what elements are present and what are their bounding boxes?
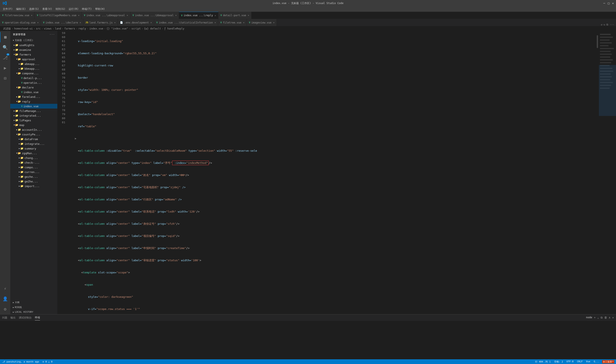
panel-close-icon[interactable]: ✕ bbox=[612, 316, 614, 319]
panel-chevron-icon[interactable]: ⌄ bbox=[597, 316, 599, 319]
menu-help[interactable]: 帮助(H) bbox=[94, 7, 107, 11]
statusbar-encoding[interactable]: UTF-8 bbox=[566, 360, 574, 363]
panel-chevron-up-icon[interactable]: ∧ bbox=[609, 316, 610, 319]
tree-item-farmland[interactable]: ▶ 📁 farmland... bbox=[10, 94, 57, 99]
tree-item-detail-p[interactable]: V detail-p... bbox=[10, 76, 57, 80]
tree-item-map[interactable]: ▼ 📂 map bbox=[10, 123, 57, 127]
more-actions-icon[interactable]: ··· bbox=[610, 23, 614, 26]
tab-index-bbmapproval[interactable]: V index.vue ...\bbmapproval ✕ bbox=[130, 12, 179, 19]
tab-index-abmapproval[interactable]: V index.vue ...\abmapproval ✕ bbox=[82, 12, 130, 19]
tab-close-icon[interactable]: ✕ bbox=[78, 14, 79, 16]
tree-item-abmapp[interactable]: ▶ 📁 abmapp... bbox=[10, 62, 57, 66]
scrollbar-thumb[interactable] bbox=[597, 35, 598, 48]
breadcrumb-item[interactable]: farmers bbox=[64, 27, 75, 30]
tab-land-farmers[interactable]: JS land.farmers.js ✕ bbox=[83, 19, 118, 26]
outline-section[interactable]: ▶ 大纲 bbox=[10, 300, 57, 305]
tree-item-index-reply[interactable]: V index.vue bbox=[10, 104, 57, 108]
menu-goto[interactable]: 转到(G) bbox=[54, 7, 67, 11]
tab-listofvillagemembers[interactable]: V listofVillageMembers.vue ✕ bbox=[35, 12, 82, 19]
panel-tab-terminal[interactable]: 终端 bbox=[35, 315, 40, 320]
tree-item-gezhe-upper[interactable]: ▶ 📁 geZhe... bbox=[10, 179, 57, 184]
panel-trash-icon[interactable]: 🗑 bbox=[604, 316, 607, 319]
tree-item-import[interactable]: ▶ 📁 import... bbox=[10, 184, 57, 188]
tab-index-reply[interactable]: V index.vue ...\reply ✕ bbox=[179, 12, 218, 19]
tree-item-reply[interactable]: ▼ 📂 reply bbox=[10, 99, 57, 104]
sidebar-more-icon[interactable]: ··· bbox=[49, 33, 55, 36]
tree-item-compone[interactable]: ▼ 📂 compone... bbox=[10, 71, 57, 76]
breadcrumb-item[interactable]: land bbox=[55, 27, 61, 30]
breadcrumb-item[interactable]: script bbox=[131, 27, 140, 30]
tree-item-datafrom[interactable]: ▶ 📁 dataFrom bbox=[10, 137, 57, 142]
statusbar-余江版[interactable]: 余江版新* bbox=[602, 360, 614, 363]
statusbar-eol[interactable]: CRLF bbox=[576, 360, 584, 363]
statusbar-spaces[interactable]: 空格: 2 bbox=[554, 360, 564, 363]
tab-close-icon[interactable]: ✕ bbox=[127, 14, 128, 16]
tab-close-icon[interactable]: ✕ bbox=[114, 21, 115, 24]
breadcrumb-item[interactable]: views bbox=[44, 27, 52, 30]
tree-item-accountin[interactable]: ▶ 📁 accountIn... bbox=[10, 127, 57, 132]
tab-filetreeview[interactable]: V filetreeview.vue ✕ bbox=[0, 12, 35, 19]
statusbar-errors[interactable]: ⊘ 0 △ 0 bbox=[42, 360, 53, 363]
tab-close-icon[interactable]: ✕ bbox=[151, 21, 152, 24]
activity-explorer[interactable]: ⊞ bbox=[0, 32, 10, 42]
tree-item-countype[interactable]: ▼ 📂 countyPe... bbox=[10, 132, 57, 137]
menu-file[interactable]: 文件(F) bbox=[1, 7, 14, 11]
statusbar-notification[interactable]: G... bbox=[593, 360, 600, 363]
workspace-section[interactable]: ▼ 无标题 (工作区) bbox=[10, 38, 57, 43]
tree-item-approval[interactable]: ▼ 📂 approval bbox=[10, 57, 57, 62]
tab-close-icon[interactable]: ✕ bbox=[243, 21, 245, 24]
panel-content[interactable] bbox=[0, 321, 616, 359]
menu-select[interactable]: 选择(S) bbox=[27, 7, 41, 11]
panel-tab-debug[interactable]: 调试控制台 bbox=[19, 315, 32, 320]
breadcrumb-item[interactable]: homestead-ui bbox=[14, 27, 33, 30]
activity-settings[interactable]: ⚙ bbox=[0, 304, 10, 314]
activity-account[interactable]: 👤 bbox=[0, 294, 10, 304]
breadcrumb-item[interactable]: index.vue bbox=[89, 27, 103, 30]
tab-imageview[interactable]: V imageview.vue ✕ bbox=[247, 19, 277, 26]
panel-tab-problems[interactable]: 问题 bbox=[2, 315, 7, 320]
tab-detail-part[interactable]: V detail-part.vue ✕ bbox=[218, 12, 252, 19]
local-history-section[interactable]: ▶ LOCAL HISTORY bbox=[10, 310, 57, 314]
breadcrumb-item[interactable]: {} "index.vue" bbox=[107, 27, 128, 30]
history-back-icon[interactable]: ↺ bbox=[601, 23, 602, 26]
split-editor-icon[interactable]: ⧉ bbox=[606, 23, 608, 26]
tab-filetree[interactable]: V filetree.vue ✕ bbox=[218, 19, 246, 26]
tree-item-bbmapp[interactable]: ▶ 📁 bbmapp... bbox=[10, 66, 57, 71]
tree-item-integrated[interactable]: ▶ 📁 integrated... bbox=[10, 113, 57, 118]
scrollbar-vertical[interactable] bbox=[596, 31, 599, 314]
tree-item-operatio[interactable]: V operatio... bbox=[10, 80, 57, 85]
tree-item-check[interactable]: ▶ 📁 check-... bbox=[10, 160, 57, 165]
menu-run[interactable]: 运行(R) bbox=[67, 7, 80, 11]
tree-item-gezhe-lower[interactable]: ▶ 📁 gezhe... bbox=[10, 174, 57, 179]
menu-terminal[interactable]: 终端(T) bbox=[80, 7, 94, 11]
tree-item-integrate[interactable]: ▶ 📁 integrate... bbox=[10, 142, 57, 146]
tree-item-userights[interactable]: ▶ 📁 useRights bbox=[10, 43, 57, 47]
tree-item-zgqman[interactable]: ▼ 📂 zgqMan... bbox=[10, 151, 57, 156]
tab-close-icon[interactable]: ✕ bbox=[80, 21, 81, 24]
tree-item-filemanage[interactable]: ▶ 📁 fileManage... bbox=[10, 108, 57, 113]
statusbar-branch[interactable]: ⎇ panshuting, a month ago bbox=[2, 360, 40, 363]
breadcrumb-item[interactable]: src bbox=[36, 27, 41, 30]
tab-operation-dialog[interactable]: V operation-dialog.vue ✕ bbox=[0, 19, 41, 26]
panel-tab-output[interactable]: 输出 bbox=[11, 315, 16, 320]
tree-item-index-declare[interactable]: V index.vue bbox=[10, 90, 57, 94]
statusbar-language[interactable]: Vue bbox=[585, 360, 591, 363]
code-content[interactable]: v-loading="initial.loading" element-load… bbox=[69, 31, 596, 314]
minimize-button[interactable]: ─ bbox=[603, 1, 605, 5]
breadcrumb-item[interactable]: ƒ handleReply bbox=[164, 27, 184, 30]
tree-item-lzpages[interactable]: ▶ 📁 lzPages bbox=[10, 118, 57, 123]
tab-env-development[interactable]: 📄 .env.development ✕ bbox=[118, 19, 154, 26]
tab-close-icon[interactable]: ✕ bbox=[248, 14, 249, 16]
close-button[interactable]: ✕ bbox=[612, 1, 614, 5]
tree-item-chang[interactable]: ▶ 📁 chang... bbox=[10, 156, 57, 160]
panel-add-icon[interactable]: + bbox=[594, 316, 596, 319]
tab-index-tatistical[interactable]: V index.vue ...\tatisticalInformation ✕ bbox=[154, 19, 218, 26]
tree-item-summary[interactable]: ▶ 📁 summary bbox=[10, 146, 57, 151]
tree-item-examine[interactable]: ▶ 📁 examine bbox=[10, 47, 57, 52]
breadcrumb-item[interactable]: {ω} default bbox=[144, 27, 161, 30]
timeline-section[interactable]: ▶ 时间线 bbox=[10, 305, 57, 310]
tab-close-icon[interactable]: ✕ bbox=[37, 21, 39, 24]
breadcrumb-item[interactable]: reply bbox=[78, 27, 86, 30]
statusbar-position[interactable]: 行 404，列 1 bbox=[534, 360, 551, 363]
activity-search[interactable]: 🔍 bbox=[0, 42, 10, 52]
